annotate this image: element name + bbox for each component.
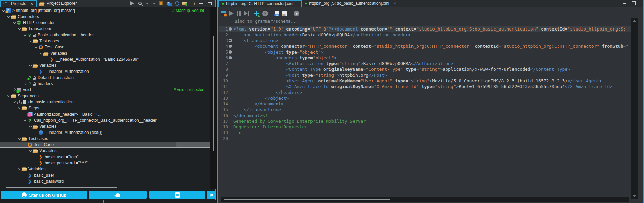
xml-button[interactable]: [275, 11, 279, 16]
code-line[interactable]: 17Generated by Convertigo Enterprise Mob…: [219, 118, 632, 124]
search-menu-icon[interactable]: [146, 0, 149, 7]
editor-hscroll-thumb[interactable]: [224, 199, 390, 200]
fold-collapse-icon[interactable]: [229, 39, 232, 42]
editor-tab2-close-icon[interactable]: ✕: [393, 2, 396, 5]
step-button[interactable]: [244, 11, 248, 16]
tree-row[interactable]: ❯basic_password ="****": [0, 160, 210, 166]
close-banner-button[interactable]: ✕: [207, 191, 216, 199]
xml-code-area[interactable]: 1<?xml version="1.0" encoding="UTF-8"?><…: [219, 26, 632, 141]
tree-vscroll-thumb[interactable]: [213, 36, 214, 151]
github-star-button[interactable]: Star us on GitHub: [1, 191, 87, 199]
code-line[interactable]: 12 </headers>: [219, 89, 632, 95]
code-line[interactable]: 11 <X_Amzn_Trace_Id originalKeyName="X-A…: [219, 84, 632, 89]
search-button[interactable]: [138, 0, 142, 7]
minimize-window-button[interactable]: [623, 3, 626, 4]
tree-row[interactable]: Variables: [0, 62, 210, 68]
pause-button[interactable]: [237, 11, 241, 16]
chevron-expanded-icon[interactable]: [28, 124, 33, 128]
code-line[interactable]: 16</document><!--: [219, 113, 632, 118]
maximize-view-button[interactable]: [208, 0, 212, 7]
generate-button[interactable]: [254, 11, 259, 16]
code-line[interactable]: 2 <authorization_header>Basic dG90bzp0QH…: [219, 32, 632, 38]
chevron-expanded-icon[interactable]: [18, 167, 22, 171]
tree-row[interactable]: ?headers: [0, 81, 210, 87]
tree-row[interactable]: Variables: [0, 166, 210, 172]
chevron-collapsed-icon[interactable]: [12, 88, 16, 92]
download-button[interactable]: [294, 11, 299, 16]
tree-row[interactable]: Connectors: [0, 14, 210, 20]
chevron-expanded-icon[interactable]: [12, 21, 16, 25]
code-line[interactable]: 15 </transaction>: [219, 107, 632, 113]
tree-row[interactable]: ❯__header_Authorization ="Basic 12345678…: [0, 56, 210, 62]
collapse-all-button[interactable]: [153, 0, 156, 7]
refresh-button[interactable]: [175, 0, 179, 7]
chevron-expanded-icon[interactable]: [18, 106, 22, 110]
twitter-button[interactable]: [89, 191, 147, 199]
code-line[interactable]: 4 <document connector="HTTP_connector" c…: [219, 43, 632, 49]
editor-vertical-scrollbar[interactable]: [631, 18, 638, 199]
code-line[interactable]: 1<?xml version="1.0" encoding="UTF-8"?><…: [219, 26, 632, 32]
maximize-window-button[interactable]: [632, 1, 636, 5]
chevron-expanded-icon[interactable]: [18, 137, 22, 141]
chevron-expanded-icon[interactable]: [7, 94, 11, 98]
chevron-expanded-icon[interactable]: [1, 8, 5, 13]
chevron-expanded-icon[interactable]: [7, 15, 11, 19]
tree-row[interactable]: Test cases: [0, 136, 210, 142]
row-more-button[interactable]: ...: [176, 142, 210, 147]
tab-project-explorer[interactable]: Project Explorer: [37, 0, 80, 7]
tree-vertical-scrollbar[interactable]: [210, 7, 216, 189]
code-line[interactable]: 13 </object>: [219, 95, 632, 101]
linkedin-button[interactable]: in: [149, 191, 205, 199]
code-line[interactable]: 20: [219, 136, 632, 141]
code-line[interactable]: 10 <User_Agent originalKeyName="User-Age…: [219, 78, 632, 84]
editor-tab-do-basic-authentication[interactable]: » httpbin_org [S: do_basic_authenticatio…: [302, 0, 397, 7]
minimize-view-button[interactable]: [199, 0, 203, 7]
stop-button[interactable]: ✕: [262, 11, 268, 16]
code-line[interactable]: 8 <Content_Type originalKeyName="Content…: [219, 66, 632, 72]
chevron-expanded-icon[interactable]: [18, 27, 22, 31]
tree-row[interactable]: ❯basic_password: [0, 178, 210, 184]
editor-horizontal-scrollbar[interactable]: [221, 197, 629, 202]
code-line[interactable]: 5 <object type="object">: [219, 49, 632, 55]
project-tree[interactable]: > httpbin_org [httpbin_org master]// Mas…: [0, 7, 210, 184]
fold-collapse-icon[interactable]: [229, 27, 232, 31]
tree-row[interactable]: do_basic_authentication: [0, 99, 210, 105]
tree-row[interactable]: Variables: [0, 123, 210, 129]
tree-row[interactable]: __header_Authorization (text()): [0, 129, 210, 136]
tree-row[interactable]: Test_Case: [0, 44, 210, 50]
save-all-button[interactable]: [167, 0, 170, 7]
fold-collapse-icon[interactable]: [229, 56, 232, 59]
code-line[interactable]: 7 <Authorization type="string">Basic dG9…: [219, 61, 632, 66]
tree-horizontal-scrollbar[interactable]: [6, 187, 117, 188]
scroll-up-icon[interactable]: [633, 20, 636, 22]
chevron-expanded-icon[interactable]: [23, 33, 27, 37]
tree-row[interactable]: ❯__header_Authorization: [0, 68, 210, 75]
link-with-editor-button[interactable]: [159, 0, 163, 7]
code-line[interactable]: 14 </document>: [219, 101, 632, 107]
tree-row[interactable]: HTTP_connector: [0, 20, 210, 26]
tree-row[interactable]: ❯basic_user ="toto": [0, 154, 210, 160]
tab-projects-close-icon[interactable]: ✕: [30, 2, 33, 6]
tree-row[interactable]: ?Basic_authentication__header: [0, 32, 210, 38]
scroll-down-icon[interactable]: [633, 195, 636, 197]
tree-row[interactable]: > httpbin_org [httpbin_org master]// Mas…: [0, 7, 210, 14]
tree-row[interactable]: ❯basic_user: [0, 172, 210, 178]
chevron-expanded-icon[interactable]: [28, 39, 33, 43]
engine-button[interactable]: [221, 11, 226, 16]
code-line[interactable]: 3 <transaction>: [219, 38, 632, 43]
tree-row[interactable]: Variables: [0, 50, 210, 56]
code-line[interactable]: 19-->: [219, 130, 632, 136]
fold-collapse-icon[interactable]: [229, 45, 232, 48]
chevron-collapsed-icon[interactable]: [23, 82, 27, 86]
tree-row[interactable]: void// void connector,: [0, 87, 210, 93]
play-button[interactable]: [229, 11, 234, 16]
tree-row[interactable]: Variables: [0, 148, 210, 154]
code-line[interactable]: 18Requester: InternalRequester: [219, 124, 632, 130]
chevron-expanded-icon[interactable]: [23, 118, 27, 122]
tree-row[interactable]: Steps: [0, 105, 210, 111]
tree-row[interactable]: ?Default_transaction: [0, 75, 210, 81]
code-line[interactable]: 6 <headers type="object">: [219, 55, 632, 61]
run-button[interactable]: [130, 0, 134, 7]
chevron-expanded-icon[interactable]: [12, 100, 16, 104]
import-button[interactable]: [182, 0, 187, 7]
